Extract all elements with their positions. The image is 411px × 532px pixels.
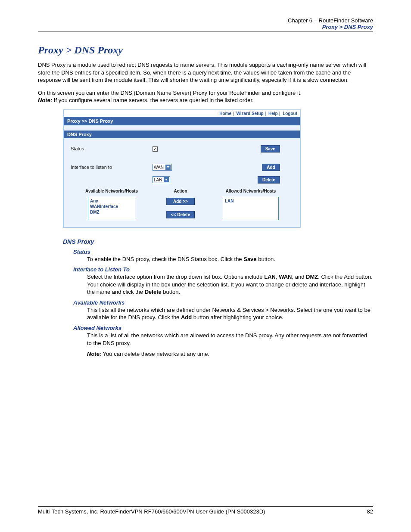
def-allowed-head: Allowed Networks xyxy=(73,325,373,331)
interface-label: Interface to listen to xyxy=(71,165,153,170)
screenshot-panel: Home| Wizard Setup| Help| Logout Proxy >… xyxy=(63,109,301,228)
screenshot-section-title: DNS Proxy xyxy=(64,131,300,138)
intro-2a: On this screen you can enter the DNS (Do… xyxy=(38,90,302,96)
available-item-wan[interactable]: WANInterface xyxy=(90,204,133,209)
def-available-head: Available Networks xyxy=(73,299,373,306)
footer-page-number: 82 xyxy=(367,508,373,515)
delete-button[interactable]: Delete xyxy=(258,176,280,184)
def-available-body: This lists all the networks which are de… xyxy=(87,306,373,321)
allowed-heading: Allowed Networks/Hosts xyxy=(226,189,276,193)
intro-paragraph-2: On this screen you can enter the DNS (Do… xyxy=(38,89,373,104)
available-item-dmz[interactable]: DMZ xyxy=(90,209,133,215)
toplink-home[interactable]: Home xyxy=(219,111,231,116)
def-allowed-body2: Note: You can delete these networks at a… xyxy=(87,350,373,358)
available-listbox[interactable]: Any WANInterface DMZ xyxy=(88,197,135,220)
def-allowed-body1: This is a list of all the networks which… xyxy=(87,332,373,347)
add-button[interactable]: Add xyxy=(262,164,280,171)
def-interface-head: Interface to Listen To xyxy=(73,266,373,273)
screenshot-topbar: Home| Wizard Setup| Help| Logout xyxy=(64,110,300,117)
breadcrumb-path: Proxy > DNS Proxy xyxy=(38,24,373,30)
page-footer: Multi-Tech Systems, Inc. RouteFinderVPN … xyxy=(38,506,373,515)
toplink-wizard[interactable]: Wizard Setup xyxy=(236,111,263,116)
save-button[interactable]: Save xyxy=(261,145,280,152)
add-transfer-button[interactable]: Add >> xyxy=(166,198,195,205)
delete-transfer-button[interactable]: << Delete xyxy=(166,211,195,218)
note-label: Note: xyxy=(38,97,52,103)
interface-select-lan[interactable]: LAN xyxy=(153,176,170,183)
interface-select-wan[interactable]: WAN xyxy=(153,164,172,171)
toplink-help[interactable]: Help xyxy=(268,111,278,116)
screenshot-breadcrumb: Proxy >> DNS Proxy xyxy=(64,117,300,125)
intro-2b: If you configure several name servers, t… xyxy=(54,97,254,103)
action-heading: Action xyxy=(174,189,187,193)
available-item-any[interactable]: Any xyxy=(90,198,133,204)
interface-select-wan-value: WAN xyxy=(154,165,164,170)
def-interface-body: Select the Interface option from the dro… xyxy=(87,273,373,296)
footer-left: Multi-Tech Systems, Inc. RouteFinderVPN … xyxy=(38,508,265,515)
intro-paragraph-1: DNS Proxy is a module used to redirect D… xyxy=(38,61,373,84)
chapter-label: Chapter 6 – RouteFinder Software xyxy=(38,17,373,24)
status-label: Status xyxy=(71,146,153,151)
chevron-down-icon xyxy=(165,165,171,170)
allowed-listbox[interactable]: LAN xyxy=(223,197,279,220)
def-status-body: To enable the DNS proxy, check the DNS S… xyxy=(87,255,373,263)
status-checkbox[interactable]: ✓ xyxy=(153,146,158,152)
chevron-down-icon xyxy=(164,177,169,182)
toplink-logout[interactable]: Logout xyxy=(283,111,297,116)
allowed-item-lan[interactable]: LAN xyxy=(225,198,277,204)
defs-heading: DNS Proxy xyxy=(63,238,373,245)
page-title: Proxy > DNS Proxy xyxy=(38,44,373,56)
def-status-head: Status xyxy=(73,249,373,255)
interface-select-lan-value: LAN xyxy=(154,177,162,182)
available-heading: Available Networks/Hosts xyxy=(85,189,138,193)
page-header: Chapter 6 – RouteFinder Software Proxy >… xyxy=(38,17,373,31)
